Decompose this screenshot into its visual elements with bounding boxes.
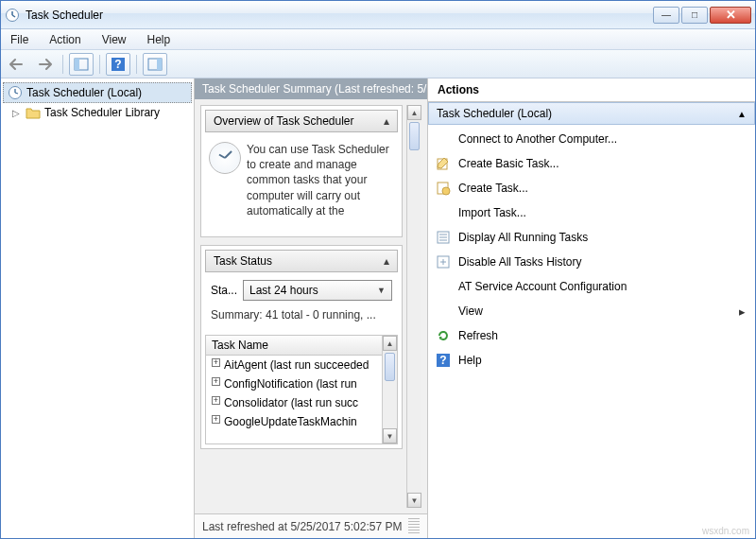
action-display-running[interactable]: Display All Running Tasks xyxy=(428,225,755,250)
collapse-arrow-icon[interactable]: ▲ xyxy=(737,109,747,119)
action-connect[interactable]: Connect to Another Computer... xyxy=(428,127,755,151)
nav-back-button[interactable] xyxy=(5,53,29,76)
action-refresh[interactable]: Refresh xyxy=(428,323,755,348)
chevron-up-icon[interactable]: ▴ xyxy=(384,114,389,128)
menu-action[interactable]: Action xyxy=(45,31,84,48)
task-name: Consolidator (last run succ xyxy=(224,396,358,409)
overview-header[interactable]: Overview of Task Scheduler ▴ xyxy=(205,110,398,132)
scroll-up-button[interactable]: ▲ xyxy=(407,105,421,120)
actions-pane: Actions Task Scheduler (Local) ▲ Connect… xyxy=(428,78,755,538)
center-body: Overview of Task Scheduler ▴ You can use… xyxy=(195,99,427,513)
task-list-scrollbar[interactable]: ▲ ▼ xyxy=(382,336,397,443)
task-row[interactable]: +Consolidator (last run succ xyxy=(206,393,382,412)
scroll-thumb[interactable] xyxy=(385,353,395,381)
svg-rect-8 xyxy=(157,59,162,70)
blank-icon xyxy=(436,131,451,147)
title-bar[interactable]: Task Scheduler — □ ✕ xyxy=(1,1,755,29)
svg-point-14 xyxy=(442,187,450,195)
window-controls: — □ ✕ xyxy=(651,7,751,24)
main-body: Task Scheduler (Local) ▷ Task Scheduler … xyxy=(1,78,755,538)
task-status-title: Task Status xyxy=(214,254,272,268)
action-label: Create Basic Task... xyxy=(458,157,559,170)
resize-grip-icon[interactable] xyxy=(408,518,420,535)
console-tree[interactable]: Task Scheduler (Local) ▷ Task Scheduler … xyxy=(1,78,195,538)
task-name: GoogleUpdateTaskMachin xyxy=(224,415,357,428)
action-label: Refresh xyxy=(458,329,498,342)
task-name-column-header[interactable]: Task Name xyxy=(206,336,382,356)
large-clock-icon xyxy=(209,142,241,174)
task-name: AitAgent (last run succeeded xyxy=(224,358,369,372)
expand-plus-icon[interactable]: + xyxy=(212,396,220,405)
last-refreshed-text: Last refreshed at 5/25/2017 5:02:57 PM xyxy=(202,520,402,533)
minimize-button[interactable]: — xyxy=(653,7,679,24)
task-name: ConfigNotification (last run xyxy=(224,377,357,391)
status-filter-row: Sta... Last 24 hours ▼ xyxy=(201,276,402,304)
expand-icon[interactable]: ▷ xyxy=(12,108,22,118)
help-icon: ? xyxy=(436,353,451,368)
action-disable-history[interactable]: Disable All Tasks History xyxy=(428,250,755,274)
tree-root-node[interactable]: Task Scheduler (Local) xyxy=(3,82,192,103)
actions-context-label: Task Scheduler (Local) xyxy=(437,107,552,120)
close-button[interactable]: ✕ xyxy=(710,7,751,24)
action-label: Create Task... xyxy=(458,182,528,195)
expand-plus-icon[interactable]: + xyxy=(212,377,220,386)
action-create-basic-task[interactable]: Create Basic Task... xyxy=(428,151,755,176)
svg-rect-4 xyxy=(75,59,79,70)
status-range-combo[interactable]: Last 24 hours ▼ xyxy=(243,280,392,301)
overview-title: Overview of Task Scheduler xyxy=(214,114,354,128)
scroll-thumb[interactable] xyxy=(409,122,420,150)
submenu-arrow-icon: ▸ xyxy=(739,304,746,319)
nav-forward-button[interactable] xyxy=(32,53,57,76)
center-scrollbar[interactable]: ▲ ▼ xyxy=(406,105,421,508)
action-create-task[interactable]: Create Task... xyxy=(428,176,755,200)
task-row[interactable]: +AitAgent (last run succeeded xyxy=(206,356,382,374)
action-import-task[interactable]: Import Task... xyxy=(428,200,755,225)
action-at-service[interactable]: AT Service Account Configuration xyxy=(428,274,755,299)
scroll-down-button[interactable]: ▼ xyxy=(407,493,421,508)
action-label: Connect to Another Computer... xyxy=(458,132,617,146)
action-label: Import Task... xyxy=(458,206,526,219)
blank-icon xyxy=(436,304,451,319)
toolbar-help-button[interactable]: ? xyxy=(106,53,130,76)
chevron-up-icon[interactable]: ▴ xyxy=(384,254,389,268)
expand-plus-icon[interactable]: + xyxy=(212,358,220,367)
action-help[interactable]: ? Help xyxy=(428,348,755,373)
scroll-down-button[interactable]: ▼ xyxy=(383,428,397,443)
task-names-list: Task Name +AitAgent (last run succeeded … xyxy=(205,335,398,444)
task-row[interactable]: +GoogleUpdateTaskMachin xyxy=(206,412,382,431)
toolbar-separator xyxy=(99,55,100,74)
center-header: Task Scheduler Summary (Last refreshed: … xyxy=(195,78,427,99)
task-status-header[interactable]: Task Status ▴ xyxy=(205,250,398,272)
dropdown-arrow-icon: ▼ xyxy=(377,286,386,295)
task-row[interactable]: +ConfigNotification (last run xyxy=(206,374,382,393)
expand-plus-icon[interactable]: + xyxy=(212,415,220,424)
overview-content: You can use Task Scheduler to create and… xyxy=(201,136,402,236)
overview-panel: Overview of Task Scheduler ▴ You can use… xyxy=(200,105,403,237)
scroll-up-button[interactable]: ▲ xyxy=(383,336,397,351)
toolbar: ? xyxy=(1,50,755,78)
tree-library-node[interactable]: ▷ Task Scheduler Library xyxy=(3,103,192,122)
task-icon xyxy=(436,181,451,196)
menu-help[interactable]: Help xyxy=(144,31,175,48)
menu-file[interactable]: File xyxy=(7,31,32,48)
center-status-bar: Last refreshed at 5/25/2017 5:02:57 PM xyxy=(195,513,427,538)
actions-list: Connect to Another Computer... Create Ba… xyxy=(428,125,755,374)
menu-view[interactable]: View xyxy=(98,31,130,48)
action-label: Help xyxy=(458,354,482,367)
action-view-submenu[interactable]: View ▸ xyxy=(428,299,755,323)
action-label: Disable All Tasks History xyxy=(458,255,582,269)
status-label: Sta... xyxy=(211,284,237,297)
wizard-icon xyxy=(436,156,451,171)
watermark-text: wsxdn.com xyxy=(702,526,749,536)
actions-header: Actions xyxy=(428,78,755,102)
toolbar-panel2-button[interactable] xyxy=(143,53,167,76)
window-title: Task Scheduler xyxy=(26,9,651,22)
maximize-button[interactable]: □ xyxy=(681,7,708,24)
toolbar-panel1-button[interactable] xyxy=(69,53,94,76)
action-label: AT Service Account Configuration xyxy=(458,280,627,293)
menu-bar: File Action View Help xyxy=(1,29,755,50)
actions-context-header[interactable]: Task Scheduler (Local) ▲ xyxy=(428,102,755,125)
history-icon xyxy=(436,254,451,270)
clock-icon xyxy=(8,85,23,100)
status-range-value: Last 24 hours xyxy=(249,284,318,297)
